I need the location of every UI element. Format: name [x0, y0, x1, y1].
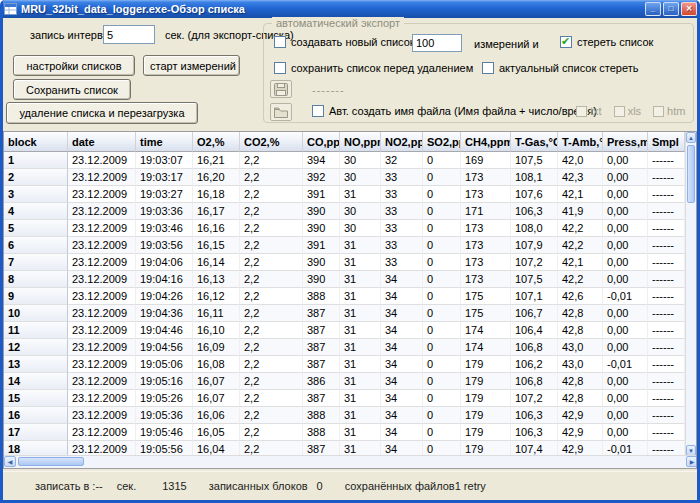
column-header[interactable]: T-Amb,°: [558, 132, 603, 152]
row-header-cell: 12: [4, 339, 68, 356]
row-header-cell: 4: [4, 203, 68, 220]
table-cell: 394: [303, 152, 340, 169]
export-folder-button[interactable]: [270, 103, 292, 121]
vertical-scroll-thumb[interactable]: [687, 145, 695, 203]
vertical-scrollbar[interactable]: ▲ ▼: [685, 132, 696, 457]
table-cell: 33: [381, 186, 423, 203]
maximize-button[interactable]: □: [663, 2, 679, 16]
status-files-label: сохранённых файлов1 retry: [345, 480, 486, 492]
table-cell: 2,2: [240, 220, 303, 237]
checkbox-icon[interactable]: [482, 62, 494, 74]
table-cell: 16,07: [193, 390, 240, 407]
table-row[interactable]: 123.12.200919:03:0716,212,23943032016910…: [4, 152, 687, 169]
column-header[interactable]: NO2,ppm: [381, 132, 423, 152]
checkbox-icon[interactable]: [274, 62, 286, 74]
table-cell: 19:03:56: [136, 237, 193, 254]
interval-input[interactable]: [103, 25, 155, 44]
erase-list-checkbox[interactable]: стереть список: [560, 36, 653, 48]
table-cell: 19:03:07: [136, 152, 193, 169]
table-cell: 42,8: [558, 373, 603, 390]
table-cell: -0,01: [603, 288, 648, 305]
list-settings-button[interactable]: настройки списков: [13, 55, 135, 76]
table-row[interactable]: 1023.12.200919:04:3616,112,2387313401751…: [4, 305, 687, 322]
table-row[interactable]: 1223.12.200919:04:5616,092,2387313401741…: [4, 339, 687, 356]
table-row[interactable]: 423.12.200919:03:3616,172,23903033017110…: [4, 203, 687, 220]
scroll-up-button[interactable]: ▲: [686, 132, 696, 143]
column-header[interactable]: T-Gas,°C: [511, 132, 558, 152]
column-header[interactable]: O2,%: [193, 132, 240, 152]
table-cell: 34: [381, 288, 423, 305]
table-row[interactable]: 1423.12.200919:05:1616,072,2386313401791…: [4, 373, 687, 390]
table-row[interactable]: 823.12.200919:04:1616,132,23903134017310…: [4, 271, 687, 288]
column-header[interactable]: SO2,ppm: [423, 132, 461, 152]
scroll-left-button[interactable]: ◀: [4, 456, 16, 467]
table-cell: ------: [648, 424, 685, 441]
checkbox-icon: [653, 106, 664, 117]
column-header[interactable]: block: [4, 132, 68, 152]
table-cell: 390: [303, 271, 340, 288]
minimize-button[interactable]: _: [645, 2, 661, 16]
table-cell: -0,01: [603, 356, 648, 373]
table-row[interactable]: 1123.12.200919:04:4616,102,2387313401741…: [4, 322, 687, 339]
table-cell: 31: [340, 322, 381, 339]
table-cell: 106,7: [511, 305, 558, 322]
table-cell: 106,3: [511, 407, 558, 424]
column-header[interactable]: date: [68, 132, 136, 152]
row-header-cell: 8: [4, 271, 68, 288]
checkbox-icon[interactable]: [274, 36, 286, 48]
save-list-button[interactable]: Сохранить список: [13, 79, 131, 100]
table-cell: 179: [461, 373, 511, 390]
new-list-checkbox[interactable]: создавать новый список все: [274, 36, 435, 48]
table-cell: 387: [303, 339, 340, 356]
table-row[interactable]: 623.12.200919:03:5616,152,23913133017310…: [4, 237, 687, 254]
close-button[interactable]: ✕: [681, 2, 697, 16]
table-cell: 174: [461, 339, 511, 356]
measurement-count-input[interactable]: [412, 34, 462, 52]
table-cell: 16,08: [193, 356, 240, 373]
save-before-delete-checkbox[interactable]: сохранить список перед удалением: [274, 62, 473, 74]
table-row[interactable]: 523.12.200919:03:4616,162,23903033017310…: [4, 220, 687, 237]
start-measurements-button[interactable]: старт измерений: [143, 55, 240, 76]
table-cell: 31: [340, 339, 381, 356]
auto-filename-checkbox[interactable]: Авт. создать имя файла (Имя файла + числ…: [312, 105, 597, 117]
column-header[interactable]: Smpl: [648, 132, 685, 152]
export-save-button[interactable]: [270, 80, 292, 98]
table-cell: 31: [340, 186, 381, 203]
table-cell: 19:03:17: [136, 169, 193, 186]
checkbox-icon[interactable]: [312, 105, 324, 117]
erase-actual-checkbox[interactable]: актуальный список стереть: [482, 62, 638, 74]
table-cell: 173: [461, 186, 511, 203]
title-bar[interactable]: MRU_32bit_data_logger.exe-Обзор списка _…: [0, 0, 700, 18]
table-cell: 390: [303, 254, 340, 271]
table-row[interactable]: 723.12.200919:04:0616,142,23903133017310…: [4, 254, 687, 271]
table-row[interactable]: 1623.12.200919:05:3616,062,2388313401791…: [4, 407, 687, 424]
column-header[interactable]: Press,m: [603, 132, 648, 152]
table-cell: 42,2: [558, 220, 603, 237]
table-cell: ------: [648, 407, 685, 424]
table-cell: 31: [340, 407, 381, 424]
horizontal-scrollbar[interactable]: ◀ ▶: [4, 455, 697, 468]
table-cell: 0,00: [603, 339, 648, 356]
table-cell: 23.12.2009: [68, 322, 136, 339]
table-cell: 23.12.2009: [68, 220, 136, 237]
checkbox-icon[interactable]: [560, 36, 572, 48]
table-row[interactable]: 1323.12.200919:05:0616,082,2387313401791…: [4, 356, 687, 373]
delete-reload-button[interactable]: удаление списка и перезагрузка: [6, 102, 198, 124]
table-cell: 0: [423, 424, 461, 441]
table-cell: 31: [340, 254, 381, 271]
horizontal-scroll-thumb[interactable]: [18, 457, 84, 466]
column-header[interactable]: time: [136, 132, 193, 152]
table-cell: 0,00: [603, 407, 648, 424]
row-header-cell: 17: [4, 424, 68, 441]
table-cell: 0,00: [603, 186, 648, 203]
table-row[interactable]: 1723.12.200919:05:4616,052,2388313401791…: [4, 424, 687, 441]
table-row[interactable]: 223.12.200919:03:1716,202,23923033017310…: [4, 169, 687, 186]
table-row[interactable]: 1523.12.200919:05:2616,072,2387313401791…: [4, 390, 687, 407]
table-row[interactable]: 923.12.200919:04:2616,122,23883134017510…: [4, 288, 687, 305]
table-row[interactable]: 323.12.200919:03:2716,182,23913133017310…: [4, 186, 687, 203]
column-header[interactable]: NO,ppm: [340, 132, 381, 152]
column-header[interactable]: CO,ppm: [303, 132, 340, 152]
scroll-right-button[interactable]: ▶: [686, 456, 697, 467]
column-header[interactable]: CH4,ppm: [461, 132, 511, 152]
column-header[interactable]: CO2,%: [240, 132, 303, 152]
